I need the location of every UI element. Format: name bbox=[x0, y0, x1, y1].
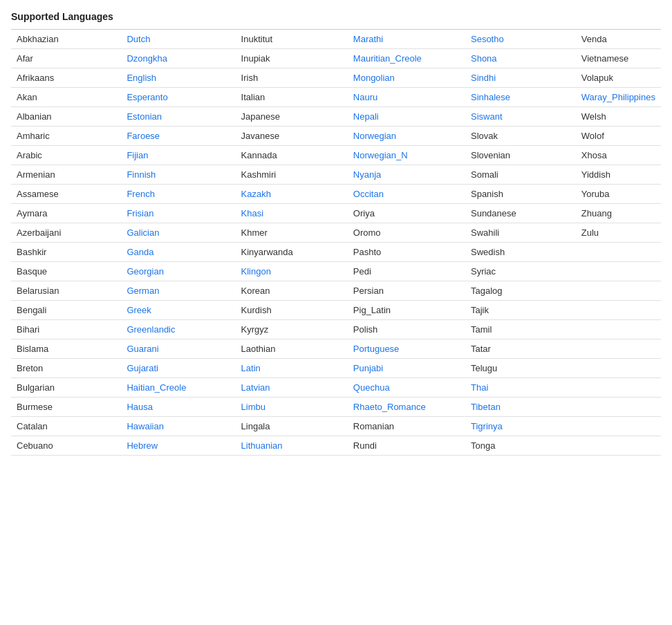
language-link[interactable]: Hausa bbox=[127, 402, 153, 412]
language-link[interactable]: Dutch bbox=[127, 34, 150, 44]
language-cell[interactable]: Frisian bbox=[121, 204, 235, 223]
language-cell[interactable]: Finnish bbox=[121, 165, 235, 185]
language-link[interactable]: Nepali bbox=[353, 111, 379, 122]
language-link[interactable]: Mauritian_Creole bbox=[353, 53, 422, 64]
language-cell[interactable]: Estonian bbox=[121, 107, 235, 127]
language-link[interactable]: Tigrinya bbox=[471, 421, 503, 431]
language-link[interactable]: Latvian bbox=[241, 382, 270, 393]
language-cell[interactable]: Greek bbox=[121, 301, 235, 320]
language-link[interactable]: Greek bbox=[127, 305, 151, 315]
language-link[interactable]: Sesotho bbox=[471, 34, 504, 44]
language-cell[interactable]: German bbox=[121, 281, 235, 301]
language-cell[interactable]: Hawaiian bbox=[121, 417, 235, 436]
language-cell[interactable]: Tibetan bbox=[465, 398, 576, 417]
language-cell[interactable]: Shona bbox=[465, 49, 576, 68]
language-cell[interactable]: Klingon bbox=[236, 262, 348, 281]
language-link[interactable]: Khasi bbox=[241, 208, 264, 218]
language-link[interactable]: Latin bbox=[241, 363, 261, 373]
language-link[interactable]: Greenlandic bbox=[127, 324, 175, 335]
language-cell[interactable]: Occitan bbox=[348, 185, 465, 204]
language-link[interactable]: Fijian bbox=[127, 150, 148, 160]
language-link[interactable]: Frisian bbox=[127, 208, 153, 218]
language-cell[interactable]: Dzongkha bbox=[121, 49, 235, 68]
language-link[interactable]: Finnish bbox=[127, 169, 156, 180]
language-link[interactable]: French bbox=[127, 189, 154, 199]
language-link[interactable]: Hawaiian bbox=[127, 421, 163, 431]
language-cell[interactable]: French bbox=[121, 185, 235, 204]
language-link[interactable]: Waray_Philippines bbox=[581, 92, 655, 102]
language-cell[interactable]: Galician bbox=[121, 223, 235, 243]
language-cell[interactable]: Georgian bbox=[121, 262, 235, 281]
language-cell[interactable]: Siswant bbox=[465, 107, 576, 127]
language-cell[interactable]: Nauru bbox=[348, 88, 465, 107]
language-link[interactable]: Galician bbox=[127, 227, 159, 238]
language-cell[interactable]: Nyanja bbox=[348, 165, 465, 185]
language-link[interactable]: Sinhalese bbox=[471, 92, 510, 102]
language-cell[interactable]: Sesotho bbox=[465, 30, 576, 49]
language-cell[interactable]: Nepali bbox=[348, 107, 465, 127]
language-link[interactable]: Gujarati bbox=[127, 363, 158, 373]
language-link[interactable]: Nauru bbox=[353, 92, 377, 102]
language-cell[interactable]: Hebrew bbox=[121, 436, 235, 456]
language-cell[interactable]: Haitian_Creole bbox=[121, 378, 235, 398]
language-link[interactable]: Norwegian_N bbox=[353, 150, 408, 160]
language-cell[interactable]: Lithuanian bbox=[236, 436, 348, 456]
language-link[interactable]: Guarani bbox=[127, 344, 158, 354]
language-link[interactable]: Sindhi bbox=[471, 73, 496, 83]
language-cell[interactable]: Sinhalese bbox=[465, 88, 576, 107]
language-link[interactable]: English bbox=[127, 73, 156, 83]
language-cell[interactable]: Faroese bbox=[121, 127, 235, 146]
language-cell[interactable]: Greenlandic bbox=[121, 320, 235, 339]
language-link[interactable]: Georgian bbox=[127, 266, 163, 277]
language-cell[interactable]: Thai bbox=[465, 378, 576, 398]
language-link[interactable]: Punjabi bbox=[353, 363, 383, 373]
language-link[interactable]: Quechua bbox=[353, 382, 390, 393]
language-cell[interactable]: Ganda bbox=[121, 243, 235, 262]
language-link[interactable]: Lithuanian bbox=[241, 440, 283, 451]
language-cell[interactable]: Latin bbox=[236, 359, 348, 378]
language-cell[interactable]: Sindhi bbox=[465, 68, 576, 88]
language-link[interactable]: Mongolian bbox=[353, 73, 395, 83]
language-cell[interactable]: Marathi bbox=[348, 30, 465, 49]
language-link[interactable]: Kazakh bbox=[241, 189, 271, 199]
language-link[interactable]: Estonian bbox=[127, 111, 162, 122]
language-link[interactable]: Hebrew bbox=[127, 440, 158, 451]
language-link[interactable]: Faroese bbox=[127, 131, 160, 141]
language-cell[interactable]: Kazakh bbox=[236, 185, 348, 204]
language-link[interactable]: Portuguese bbox=[353, 344, 400, 354]
language-cell[interactable]: Waray_Philippines bbox=[576, 88, 661, 107]
language-link[interactable]: Siswant bbox=[471, 111, 503, 122]
language-cell[interactable]: Khasi bbox=[236, 204, 348, 223]
language-cell[interactable]: Rhaeto_Romance bbox=[348, 398, 465, 417]
language-link[interactable]: Limbu bbox=[241, 402, 265, 412]
language-cell[interactable]: Norwegian_N bbox=[348, 146, 465, 165]
language-cell[interactable]: Guarani bbox=[121, 339, 235, 359]
language-link[interactable]: Marathi bbox=[353, 34, 383, 44]
language-link[interactable]: Rhaeto_Romance bbox=[353, 402, 426, 412]
language-cell[interactable]: Gujarati bbox=[121, 359, 235, 378]
language-cell[interactable]: Dutch bbox=[121, 30, 235, 49]
language-link[interactable]: Dzongkha bbox=[127, 53, 167, 64]
language-cell[interactable]: Mauritian_Creole bbox=[348, 49, 465, 68]
language-link[interactable]: Tibetan bbox=[471, 402, 501, 412]
language-cell[interactable]: Mongolian bbox=[348, 68, 465, 88]
language-cell[interactable]: Quechua bbox=[348, 378, 465, 398]
language-cell[interactable]: Norwegian bbox=[348, 127, 465, 146]
language-cell[interactable]: Portuguese bbox=[348, 339, 465, 359]
language-cell[interactable]: Hausa bbox=[121, 398, 235, 417]
language-cell[interactable]: Limbu bbox=[236, 398, 348, 417]
language-link[interactable]: Esperanto bbox=[127, 92, 167, 102]
language-cell[interactable]: Latvian bbox=[236, 378, 348, 398]
language-cell[interactable]: Fijian bbox=[121, 146, 235, 165]
language-cell[interactable]: English bbox=[121, 68, 235, 88]
language-cell[interactable]: Tigrinya bbox=[465, 417, 576, 436]
language-cell[interactable]: Punjabi bbox=[348, 359, 465, 378]
language-cell[interactable]: Esperanto bbox=[121, 88, 235, 107]
language-link[interactable]: Nyanja bbox=[353, 169, 381, 180]
language-link[interactable]: Thai bbox=[471, 382, 488, 393]
language-link[interactable]: Shona bbox=[471, 53, 497, 64]
language-link[interactable]: Haitian_Creole bbox=[127, 382, 186, 393]
language-link[interactable]: Occitan bbox=[353, 189, 384, 199]
language-link[interactable]: Ganda bbox=[127, 247, 153, 257]
language-link[interactable]: Klingon bbox=[241, 266, 271, 277]
